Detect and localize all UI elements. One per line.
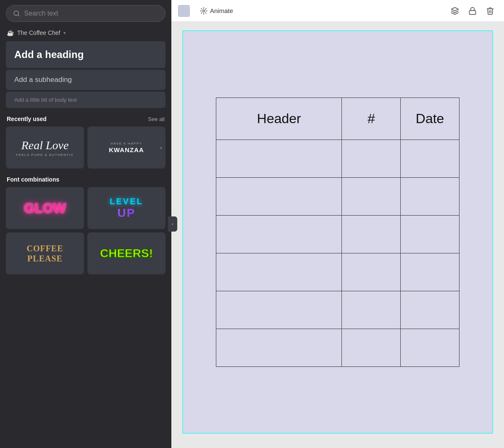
table-cell	[401, 253, 459, 291]
table-cell	[401, 177, 459, 215]
text-options: Add a heading Add a subheading Add a lit…	[0, 41, 171, 108]
left-panel-content: Add a heading Add a subheading Add a lit…	[0, 41, 171, 448]
add-heading-button[interactable]: Add a heading	[6, 41, 165, 68]
search-input[interactable]	[24, 10, 158, 17]
lock-button[interactable]	[465, 4, 480, 18]
table-header-date: Date	[401, 98, 459, 140]
glow-font-card[interactable]: GLOW	[6, 187, 84, 229]
table-cell	[216, 291, 342, 329]
cheers-text: CHEERS!	[100, 247, 153, 260]
table-row	[216, 291, 459, 329]
trash-icon	[486, 7, 494, 15]
svg-point-2	[203, 10, 205, 12]
real-love-text: Real Love	[21, 139, 69, 152]
kwanzaa-font-card[interactable]: HAVE A HAPPY KWANZAA ›	[87, 126, 165, 169]
canvas-page: Header # Date	[182, 30, 493, 434]
data-table: Header # Date	[216, 98, 459, 367]
table-cell	[342, 177, 401, 215]
table-cell	[401, 140, 459, 177]
canvas-area[interactable]: Header # Date	[171, 22, 504, 448]
color-swatch[interactable]	[178, 5, 190, 17]
font-combinations-label: Font combinations	[7, 176, 59, 183]
style-icon	[451, 7, 459, 15]
table-cell	[342, 291, 401, 329]
search-icon	[13, 10, 20, 17]
table-cell	[216, 215, 342, 253]
add-subheading-button[interactable]: Add a subheading	[6, 70, 165, 90]
table-cell	[216, 177, 342, 215]
table-cell	[216, 253, 342, 291]
top-bar: Animate	[171, 0, 504, 22]
level-text: LEVEL	[110, 197, 143, 206]
table-wrapper[interactable]: Header # Date	[216, 98, 459, 367]
recently-used-header: Recently used See all	[0, 108, 171, 126]
table-row	[216, 140, 459, 177]
brand-icon: ☕	[7, 29, 14, 36]
table-cell	[216, 329, 342, 366]
recently-used-label: Recently used	[7, 116, 47, 122]
table-header-row: Header # Date	[216, 98, 459, 140]
svg-line-1	[18, 15, 19, 16]
trash-button[interactable]	[483, 4, 497, 18]
table-cell	[342, 215, 401, 253]
chevron-down-icon: ▾	[63, 30, 66, 36]
table-header-header: Header	[216, 98, 342, 140]
table-cell	[401, 215, 459, 253]
real-love-subtext: feels pure & authentic	[16, 153, 74, 157]
kwanzaa-wrapper: HAVE A HAPPY KWANZAA	[109, 142, 144, 153]
table-cell	[216, 140, 342, 177]
table-cell	[342, 140, 401, 177]
up-text: UP	[118, 206, 136, 220]
level-up-font-card[interactable]: LEVEL UP	[87, 187, 165, 229]
kwanzaa-have-happy: HAVE A HAPPY	[110, 142, 142, 145]
table-header-hash: #	[342, 98, 401, 140]
table-row	[216, 253, 459, 291]
recently-used-grid: Real Love feels pure & authentic HAVE A …	[0, 126, 171, 169]
chevron-right-icon: ›	[160, 144, 162, 151]
animate-button[interactable]: Animate	[195, 5, 238, 17]
right-panel: Animate	[171, 0, 504, 448]
table-cell	[342, 253, 401, 291]
collapse-panel-button[interactable]: ‹	[168, 216, 177, 232]
table-row	[216, 329, 459, 366]
glow-text: GLOW	[24, 200, 66, 216]
table-cell	[342, 329, 401, 366]
brand-row[interactable]: ☕ The Coffee Chef ▾	[0, 27, 171, 41]
font-combinations-grid: GLOW LEVEL UP COFFEEPLEASE CHEERS!	[0, 187, 171, 274]
table-row	[216, 215, 459, 253]
search-bar[interactable]	[6, 5, 165, 22]
table-cell	[401, 291, 459, 329]
level-up-wrapper: LEVEL UP	[110, 197, 143, 220]
table-cell	[401, 329, 459, 366]
see-all-link[interactable]: See all	[148, 116, 165, 122]
coffee-please-font-card[interactable]: COFFEEPLEASE	[6, 232, 84, 274]
top-bar-right	[448, 4, 497, 18]
table-row	[216, 177, 459, 215]
real-love-font-card[interactable]: Real Love feels pure & authentic	[6, 126, 84, 169]
coffee-please-text: COFFEEPLEASE	[26, 243, 63, 264]
svg-rect-3	[470, 11, 476, 14]
style-button[interactable]	[448, 4, 462, 18]
chevron-left-icon: ‹	[172, 221, 173, 227]
cheers-font-card[interactable]: CHEERS!	[87, 232, 165, 274]
font-combinations-header: Font combinations	[0, 169, 171, 187]
animate-label: Animate	[210, 7, 233, 14]
kwanzaa-text: KWANZAA	[109, 146, 144, 153]
left-panel: ☕ The Coffee Chef ▾ Add a heading Add a …	[0, 0, 171, 448]
lock-icon	[468, 7, 477, 15]
brand-name: The Coffee Chef	[17, 29, 60, 36]
add-body-button[interactable]: Add a little bit of body text	[6, 92, 165, 108]
animate-icon	[200, 7, 207, 15]
